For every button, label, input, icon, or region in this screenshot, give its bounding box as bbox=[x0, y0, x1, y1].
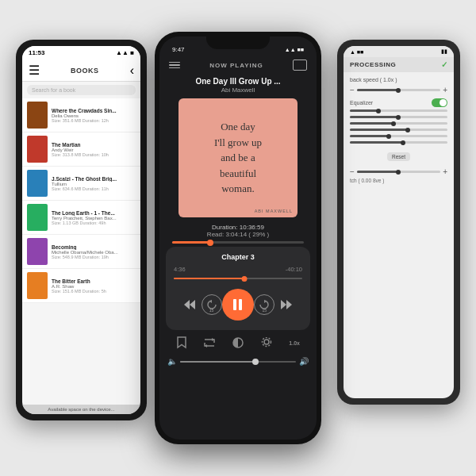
eq-slider-2[interactable] bbox=[350, 122, 447, 125]
pitch-minus[interactable]: − bbox=[350, 167, 355, 176]
eq-slider-1[interactable] bbox=[350, 116, 447, 118]
left-status-bar: 11:53 ▲▲ ■ bbox=[22, 46, 140, 60]
pause-button[interactable] bbox=[222, 289, 254, 321]
eq-slider-row-3 bbox=[350, 129, 447, 131]
svg-marker-5 bbox=[286, 300, 292, 309]
phone-center: 9:47 ▲▲ ■■ NOW PLAYING One Day Ill Grow … bbox=[155, 32, 321, 444]
moon-icon bbox=[232, 337, 244, 348]
center-nav: NOW PLAYING bbox=[159, 56, 317, 74]
left-back-icon[interactable]: ‹ bbox=[130, 63, 134, 78]
eq-slider-5[interactable] bbox=[350, 141, 447, 144]
bookmark-icon bbox=[176, 336, 187, 349]
airplay-button[interactable] bbox=[257, 333, 276, 352]
pitch-row: − + tch ( 0.00 8ve ) bbox=[350, 167, 447, 183]
moon-button[interactable] bbox=[228, 333, 248, 352]
svg-marker-1 bbox=[190, 300, 195, 309]
book-meta: Size: 151.6 MB Duration: 5h bbox=[52, 289, 136, 294]
center-signal: ▲▲ ■■ bbox=[285, 47, 304, 52]
repeat-icon bbox=[203, 337, 216, 348]
forward15-button[interactable]: 15 bbox=[254, 294, 274, 315]
svg-marker-0 bbox=[184, 300, 190, 309]
chapter-section: Chapter 3 4:36 -40:10 bbox=[166, 247, 310, 330]
book-title: The Martian bbox=[52, 142, 136, 148]
eq-slider-row-5 bbox=[350, 141, 447, 144]
chapter-progress-fill bbox=[174, 278, 244, 279]
book-list-item[interactable]: The Long Earth - 1 - The... Terry Pratch… bbox=[22, 201, 140, 235]
left-menu-icon[interactable]: ☰ bbox=[29, 63, 40, 78]
minus-icon[interactable]: − bbox=[350, 86, 355, 94]
album-art: One dayI'll grow upand be abeautifulwoma… bbox=[178, 98, 298, 217]
book-title: J.Scalzi - The Ghost Brig... bbox=[52, 176, 136, 182]
center-book-title: One Day Ill Grow Up ... bbox=[159, 74, 317, 86]
svg-marker-4 bbox=[281, 300, 286, 309]
right-status-bar: ▲ ■■ ▮▮ bbox=[344, 46, 454, 57]
book-list-item[interactable]: Where the Crawdads Sin... Delia Owens Si… bbox=[22, 98, 140, 132]
volume-high-icon: 🔊 bbox=[299, 357, 309, 366]
book-list-item[interactable]: J.Scalzi - The Ghost Brig... Tullium Siz… bbox=[22, 167, 140, 201]
eq-slider-0[interactable] bbox=[350, 109, 447, 112]
library-icon[interactable] bbox=[293, 60, 307, 71]
notch bbox=[206, 32, 270, 49]
book-info: Becoming Michelle Obama/Michele Oba... S… bbox=[52, 244, 136, 259]
menu-button[interactable] bbox=[169, 62, 180, 69]
eq-slider-row-4 bbox=[350, 135, 447, 137]
speed-button[interactable]: 1.0x bbox=[285, 333, 304, 352]
book-title: Becoming bbox=[52, 244, 136, 250]
fast-forward-button[interactable] bbox=[275, 294, 298, 316]
eq-section: Equalizer bbox=[350, 98, 447, 183]
chapter-progress-thumb bbox=[242, 276, 248, 282]
repeat-button[interactable] bbox=[200, 333, 219, 352]
speed-slider-row: − + bbox=[350, 86, 447, 94]
svg-point-9 bbox=[264, 340, 269, 344]
book-list-item[interactable]: The Bitter Earth A.R. Shaw Size: 151.6 M… bbox=[22, 269, 140, 303]
svg-point-10 bbox=[262, 338, 271, 347]
left-time: 11:53 bbox=[29, 49, 44, 56]
eq-slider-row-2 bbox=[350, 122, 447, 125]
album-art-author: ABI MAXWELL bbox=[255, 209, 293, 213]
book-cover bbox=[27, 238, 48, 265]
book-title: Where the Crawdads Sin... bbox=[52, 108, 136, 113]
eq-slider-3[interactable] bbox=[350, 129, 447, 131]
rewind-button[interactable] bbox=[178, 294, 201, 316]
eq-slider-4[interactable] bbox=[350, 135, 447, 137]
read-label: Read: 3:04:14 ( 29% ) bbox=[172, 231, 304, 238]
book-title: The Long Earth - 1 - The... bbox=[52, 210, 136, 216]
pitch-plus[interactable]: + bbox=[443, 167, 447, 176]
speed-label: 1.0x bbox=[289, 340, 300, 346]
back15-button[interactable]: 15 bbox=[202, 294, 222, 315]
forward15-label: 15 bbox=[263, 308, 267, 313]
duration-label: Duration: 10:36:59 bbox=[172, 224, 304, 231]
scene: 11:53 ▲▲ ■ ☰ BOOKS ‹ Search for a book W… bbox=[0, 0, 476, 476]
reset-button[interactable]: Reset bbox=[387, 152, 410, 161]
main-progress-bar[interactable] bbox=[172, 241, 304, 244]
eq-label-row: Equalizer bbox=[350, 98, 447, 107]
duration-section: Duration: 10:36:59 Read: 3:04:14 ( 29% ) bbox=[159, 224, 317, 244]
toggle-knob bbox=[440, 99, 447, 106]
bookmark-button[interactable] bbox=[172, 333, 191, 352]
volume-thumb bbox=[252, 359, 259, 365]
right-check-icon[interactable]: ✓ bbox=[441, 60, 448, 69]
book-meta: Size: 548.9 MB Duration: 19h bbox=[52, 255, 136, 259]
speed-slider[interactable] bbox=[357, 89, 440, 91]
book-list-item[interactable]: Becoming Michelle Obama/Michele Oba... S… bbox=[22, 235, 140, 269]
left-icons: ▲▲ ■ bbox=[116, 49, 134, 56]
phone-left: 11:53 ▲▲ ■ ☰ BOOKS ‹ Search for a book W… bbox=[16, 40, 147, 420]
eq-toggle[interactable] bbox=[432, 98, 447, 107]
right-header-title: PROCESSING bbox=[350, 61, 396, 68]
book-meta: Size: 634.6 MB Duration: 11h bbox=[52, 186, 136, 191]
pitch-slider[interactable] bbox=[357, 171, 440, 173]
book-list-item[interactable]: The Martian Andy Weir Size: 313.8 MB Dur… bbox=[22, 132, 140, 167]
book-cover bbox=[27, 272, 48, 299]
plus-icon[interactable]: + bbox=[443, 86, 447, 94]
tools-row: 1.0x bbox=[159, 330, 317, 355]
eq-slider-row-0 bbox=[350, 109, 447, 112]
pause-icon bbox=[233, 299, 242, 310]
album-art-text: One dayI'll grow upand be abeautifulwoma… bbox=[208, 113, 268, 203]
chapter-times: 4:36 -40:10 bbox=[174, 266, 302, 273]
left-search-bar[interactable]: Search for a book bbox=[27, 85, 136, 95]
chapter-progress-bar[interactable] bbox=[174, 278, 302, 279]
volume-slider[interactable] bbox=[180, 361, 296, 363]
progress-thumb bbox=[207, 240, 213, 246]
eq-slider-row-1 bbox=[350, 116, 447, 118]
right-header: PROCESSING ✓ bbox=[344, 57, 454, 72]
